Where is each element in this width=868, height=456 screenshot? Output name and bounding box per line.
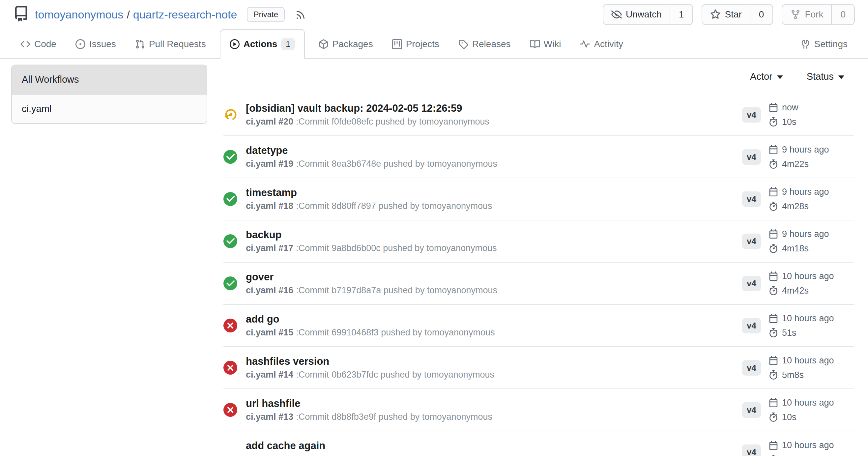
- run-title-link[interactable]: gover: [246, 271, 742, 283]
- run-time-text: 10 hours ago: [782, 313, 834, 324]
- run-duration: 4m42s: [769, 286, 834, 296]
- fork-button[interactable]: Fork 0: [782, 4, 855, 25]
- run-time: now: [769, 102, 799, 113]
- workflow-run-list: [obsidian] vault backup: 2024-02-05 12:2…: [223, 94, 854, 456]
- run-filters: Actor Status: [223, 71, 844, 82]
- run-duration: [769, 455, 834, 456]
- workflow-run-row: [obsidian] vault backup: 2024-02-05 12:2…: [223, 94, 854, 136]
- run-status-icon: [223, 276, 237, 290]
- run-duration-text: 10s: [782, 117, 797, 127]
- breadcrumb: tomoyanonymous / quartz-research-note: [35, 8, 237, 21]
- run-duration-text: 4m18s: [782, 243, 809, 254]
- workflow-run-row: gover ci.yaml #16:Commit b7197d8a7a push…: [223, 263, 854, 305]
- tab-settings[interactable]: Settings: [795, 30, 853, 58]
- run-status-icon: [223, 108, 237, 122]
- run-duration: 10s: [769, 117, 799, 127]
- tab-wiki-label: Wiki: [544, 39, 561, 50]
- chevron-down-icon: [838, 75, 844, 79]
- run-time: 10 hours ago: [769, 313, 834, 324]
- fork-count[interactable]: 0: [831, 5, 854, 24]
- star-count[interactable]: 0: [750, 5, 773, 24]
- run-time: 9 hours ago: [769, 229, 829, 239]
- run-status-icon: [223, 445, 237, 456]
- actions-count-badge: 1: [281, 38, 294, 50]
- run-title-link[interactable]: timestamp: [246, 187, 742, 199]
- run-meta: v4 10 hours ago 5m8s: [742, 356, 854, 380]
- run-commit-text: :Commit 0b623b7fdc pushed by tomoyanonym…: [296, 370, 494, 380]
- tab-actions-label: Actions: [244, 39, 277, 50]
- run-time-text: 10 hours ago: [782, 440, 834, 450]
- run-title-link[interactable]: url hashfile: [246, 398, 742, 410]
- run-time: 10 hours ago: [769, 271, 834, 281]
- status-filter-dropdown[interactable]: Status: [807, 71, 844, 82]
- fork-label: Fork: [805, 9, 823, 20]
- stopwatch-icon: [769, 455, 778, 456]
- runner-version-badge: v4: [742, 107, 761, 123]
- run-status-icon: [223, 192, 237, 206]
- tab-actions[interactable]: Actions 1: [220, 29, 305, 59]
- workflow-run-row: timestamp ci.yaml #18:Commit 8d80ff7897 …: [223, 178, 854, 220]
- run-time: 10 hours ago: [769, 398, 834, 408]
- actor-filter-dropdown[interactable]: Actor: [750, 71, 783, 82]
- run-duration: 51s: [769, 328, 834, 338]
- tab-code[interactable]: Code: [15, 30, 62, 58]
- tab-wiki[interactable]: Wiki: [525, 30, 566, 58]
- calendar-icon: [769, 314, 778, 323]
- run-subtitle: ci.yaml #15:Commit 69910468f3 pushed by …: [246, 327, 742, 338]
- sidebar-item-ci-yaml[interactable]: ci.yaml: [12, 95, 207, 123]
- run-duration-text: 5m8s: [782, 370, 804, 380]
- unwatch-button[interactable]: Unwatch 1: [603, 4, 693, 25]
- tab-activity[interactable]: Activity: [575, 30, 628, 58]
- repo-name-link[interactable]: quartz-research-note: [133, 8, 237, 21]
- run-subtitle: ci.yaml #19:Commit 8ea3b6748e pushed by …: [246, 159, 742, 169]
- watch-count[interactable]: 1: [670, 5, 693, 24]
- tag-icon: [458, 39, 468, 49]
- run-status-icon: [223, 234, 237, 248]
- tab-issues[interactable]: Issues: [70, 30, 121, 58]
- run-status-icon: [223, 403, 237, 417]
- workflow-run-row: backup ci.yaml #17:Commit 9a8bd6b00c pus…: [223, 220, 854, 263]
- run-time-text: 9 hours ago: [782, 187, 829, 197]
- git-pull-request-icon: [135, 39, 145, 49]
- project-icon: [392, 39, 402, 49]
- run-time: 10 hours ago: [769, 356, 834, 366]
- run-meta: v4 10 hours ago 51s: [742, 313, 854, 338]
- run-commit-text: :Commit b7197d8a7a pushed by tomoyanonym…: [296, 285, 497, 295]
- tab-packages[interactable]: Packages: [313, 30, 378, 58]
- run-duration: 4m18s: [769, 243, 829, 254]
- run-time-text: 9 hours ago: [782, 229, 829, 239]
- star-button[interactable]: Star 0: [702, 4, 773, 25]
- runner-version-badge: v4: [742, 276, 761, 291]
- run-time-text: 10 hours ago: [782, 271, 834, 281]
- run-duration: 4m22s: [769, 159, 829, 169]
- run-duration-text: 4m22s: [782, 159, 809, 169]
- run-title-link[interactable]: [obsidian] vault backup: 2024-02-05 12:2…: [246, 102, 742, 114]
- success-check-icon: [223, 192, 237, 206]
- repo-tabbar: Code Issues Pull Requests Actions 1 Pack…: [0, 29, 868, 59]
- runner-version-badge: v4: [742, 191, 761, 207]
- run-title-link[interactable]: hashfiles version: [246, 356, 742, 367]
- tab-releases[interactable]: Releases: [453, 30, 516, 58]
- tab-pull-requests[interactable]: Pull Requests: [130, 30, 211, 58]
- run-meta: v4 9 hours ago 4m18s: [742, 229, 854, 254]
- run-title-link[interactable]: add go: [246, 313, 742, 325]
- run-meta: v4 10 hours ago 10s: [742, 398, 854, 422]
- run-duration-text: 4m28s: [782, 201, 809, 211]
- unwatch-label: Unwatch: [626, 9, 662, 20]
- sidebar-item-all-workflows[interactable]: All Workflows: [12, 65, 207, 95]
- rss-icon[interactable]: [291, 8, 306, 22]
- run-title-link[interactable]: add cache again: [246, 440, 742, 452]
- stopwatch-icon: [769, 328, 778, 337]
- run-duration: 10s: [769, 412, 834, 422]
- run-commit-text: :Commit d8b8fb3e9f pushed by tomoyanonym…: [296, 412, 492, 422]
- run-title-link[interactable]: backup: [246, 229, 742, 241]
- run-subtitle: ci.yaml #16:Commit b7197d8a7a pushed by …: [246, 285, 742, 296]
- run-title-link[interactable]: datetype: [246, 144, 742, 157]
- tab-pull-requests-label: Pull Requests: [149, 39, 206, 50]
- eye-closed-icon: [611, 9, 622, 20]
- tab-projects[interactable]: Projects: [387, 30, 444, 58]
- runner-version-badge: v4: [742, 318, 761, 333]
- repo-owner-link[interactable]: tomoyanonymous: [35, 8, 123, 21]
- workflow-run-row: url hashfile ci.yaml #13:Commit d8b8fb3e…: [223, 389, 854, 431]
- repo-forked-icon: [790, 9, 801, 20]
